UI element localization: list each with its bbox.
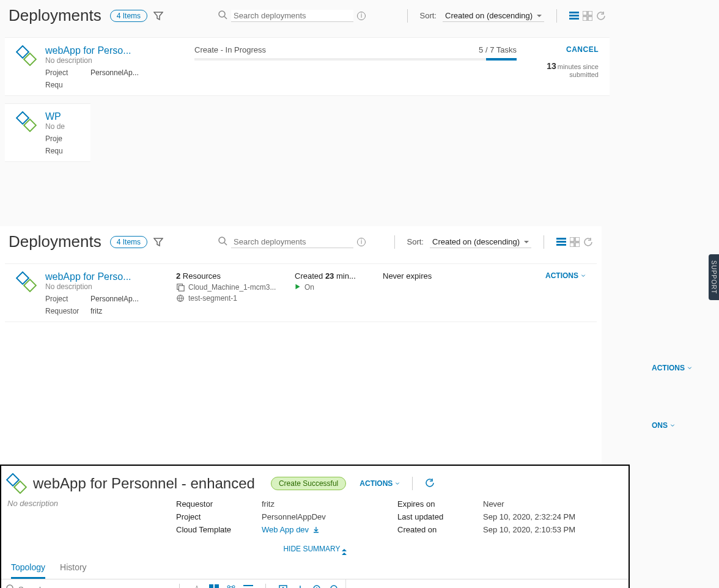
cloud-template-value[interactable]: Web App dev: [262, 525, 309, 534]
divider: [265, 584, 266, 588]
grid-view-icon[interactable]: [583, 11, 592, 21]
filter-icon[interactable]: [153, 11, 163, 21]
search-icon: [218, 237, 227, 248]
deployment-name[interactable]: webApp for Perso...: [45, 45, 186, 56]
hide-summary-link[interactable]: HIDE SUMMARY: [1, 541, 629, 557]
expires-value: Never: [483, 499, 504, 509]
layout-grid-icon[interactable]: [208, 583, 220, 588]
divider: [412, 477, 413, 490]
deployment-icon: [16, 45, 37, 66]
actions-menu[interactable]: ACTIONS: [652, 364, 713, 372]
tasks-text: 5 / 7 Tasks: [479, 45, 517, 54]
sort-dropdown[interactable]: Created on (descending): [430, 236, 531, 248]
deployment-name[interactable]: webApp for Perso...: [45, 271, 168, 282]
requestor-label: Requ: [45, 81, 90, 89]
refresh-icon[interactable]: [596, 11, 606, 21]
resource-name: test-segment-1: [188, 294, 237, 303]
zoom-out-icon[interactable]: [328, 583, 341, 588]
filter-icon[interactable]: [153, 237, 163, 247]
deployment-icon: [16, 111, 37, 132]
created-value: Sep 10, 2020, 2:10:53 PM: [483, 525, 575, 534]
status-text: Create - In Progress: [194, 45, 266, 54]
requestor-value: fritz: [90, 307, 102, 315]
cancel-button[interactable]: CANCEL: [525, 45, 599, 54]
project-label: Project: [45, 295, 90, 303]
resource-name: Cloud_Machine_1-mcm3...: [188, 283, 276, 292]
progress-bar: [194, 58, 517, 61]
deployment-desc: No description: [45, 282, 168, 291]
divider: [407, 9, 408, 23]
sort-label: Sort:: [407, 237, 424, 246]
expires-label: Expires on: [397, 499, 483, 509]
list-view-icon[interactable]: [556, 237, 566, 247]
created-label: Created on: [397, 525, 483, 534]
project-label: Project: [176, 512, 262, 521]
download-icon[interactable]: [312, 526, 320, 534]
updated-label: Last updated: [397, 512, 483, 521]
power-status: On: [304, 283, 314, 292]
refresh-icon[interactable]: [583, 237, 593, 247]
deployment-desc: No de: [45, 122, 90, 131]
vm-icon: [176, 283, 185, 292]
layout-list-icon[interactable]: [242, 583, 254, 588]
deployment-card[interactable]: webApp for Perso... No description Proje…: [5, 263, 597, 322]
search-input[interactable]: [231, 10, 353, 22]
power-on-icon: [295, 283, 301, 292]
project-value: PersonnelAp...: [90, 295, 139, 303]
cloud-template-label: Cloud Template: [176, 525, 262, 534]
requestor-label: Requestor: [176, 499, 262, 509]
refresh-icon[interactable]: [425, 478, 435, 490]
page-title: Deployments: [9, 6, 101, 25]
network-icon: [176, 294, 185, 303]
deployment-title: webApp for Personnel - enhanced: [33, 475, 255, 492]
deployment-desc: No description: [45, 56, 186, 65]
divider: [394, 235, 395, 249]
project-value: PersonnelAp...: [90, 68, 139, 77]
deployment-desc: No description: [1, 498, 166, 508]
divider: [544, 235, 544, 249]
search-icon: [218, 10, 227, 21]
tab-topology[interactable]: Topology: [11, 562, 45, 579]
expand-icon[interactable]: »: [355, 586, 359, 588]
info-icon[interactable]: i: [357, 12, 366, 20]
items-count-pill: 4 Items: [110, 10, 147, 22]
support-tab[interactable]: SUPPORT: [709, 254, 719, 300]
updated-value: Sep 10, 2020, 2:32:24 PM: [483, 512, 575, 521]
download-icon[interactable]: [294, 583, 306, 588]
actions-menu[interactable]: ONS: [652, 421, 713, 430]
page-title: Deployments: [9, 232, 101, 251]
project-value: PersonnelAppDev: [262, 512, 326, 521]
sort-label: Sort:: [420, 11, 437, 20]
requestor-value: fritz: [262, 499, 275, 509]
deployment-icon: [16, 271, 37, 292]
status-badge: Create Successful: [271, 477, 346, 490]
info-icon[interactable]: i: [357, 238, 366, 246]
fit-icon[interactable]: [277, 583, 289, 588]
zoom-in-icon[interactable]: [311, 583, 323, 588]
time-since: 13minutes since submitted: [525, 61, 599, 78]
chevron-up-icon: [342, 546, 347, 554]
search-input[interactable]: [231, 236, 353, 248]
search-resources-input[interactable]: [18, 585, 116, 589]
deployment-name[interactable]: WP: [45, 111, 90, 122]
sort-toggle-icon[interactable]: ∧∨: [191, 583, 203, 588]
sort-dropdown[interactable]: Created on (descending): [443, 10, 544, 22]
layout-graph-icon[interactable]: [225, 583, 237, 588]
requestor-label: Requestor: [45, 307, 90, 315]
actions-menu[interactable]: ACTIONS: [360, 479, 400, 488]
search-icon: [6, 584, 15, 589]
expires-text: Never expires: [383, 271, 462, 281]
requestor-label: Requ: [45, 147, 90, 155]
tab-history[interactable]: History: [60, 562, 87, 579]
project-label: Project: [45, 68, 90, 77]
divider: [179, 584, 180, 588]
deployment-card[interactable]: webApp for Perso... No description Proje…: [5, 37, 610, 96]
actions-menu[interactable]: ACTIONS: [545, 271, 586, 280]
project-label: Proje: [45, 134, 90, 143]
deployment-icon: [6, 473, 27, 494]
deployment-card[interactable]: WP No de Proje Requ: [5, 103, 90, 162]
list-view-icon[interactable]: [569, 11, 579, 21]
items-count-pill: 4 Items: [110, 236, 147, 248]
grid-view-icon[interactable]: [570, 237, 580, 247]
progress-indicator: [486, 58, 517, 61]
